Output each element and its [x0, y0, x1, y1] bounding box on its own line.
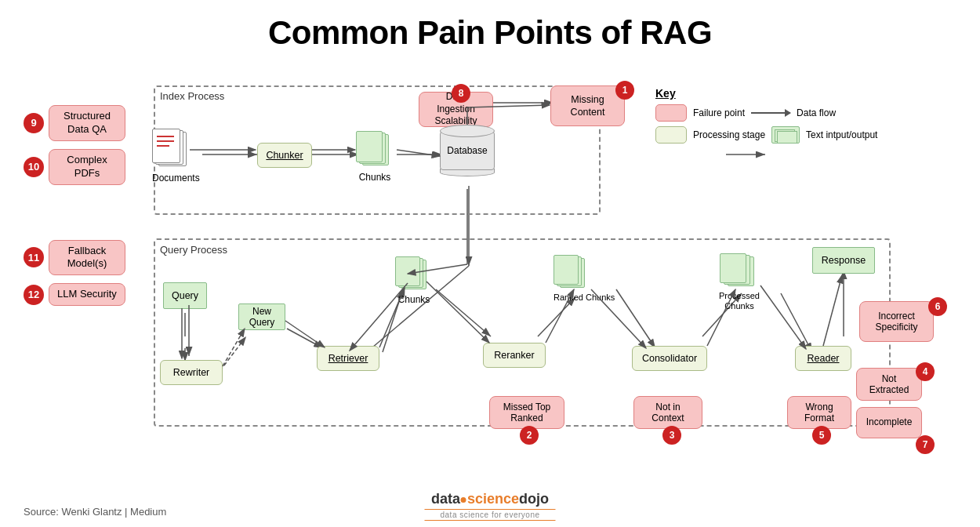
badge-4: 4 [916, 362, 935, 381]
chunker-label: Chunker [266, 149, 303, 162]
response-label: Response [822, 255, 866, 266]
database-node: Database [440, 125, 495, 176]
documents-label: Documents [152, 173, 199, 184]
footer-source: Source: Wenki Glantz | Medium [24, 506, 166, 518]
new-query-node: New Query [238, 303, 292, 330]
sidebar-item-10: 10 Complex PDFs [24, 149, 125, 185]
sidebar-item-11: 11 Fallback Model(s) [24, 240, 125, 276]
logo-data: data [431, 491, 460, 507]
rewriter-label: Rewriter [173, 366, 210, 379]
key-processing-label: Processing stage [693, 129, 765, 140]
ranked-chunks-node: Ranked Chunks [554, 255, 615, 303]
chunks-bottom-label: Chunks [395, 294, 433, 305]
reader-node: Reader [795, 346, 851, 371]
key-text-io-label: Text intput/output [806, 129, 877, 140]
retriever-node: Retriever [317, 346, 379, 371]
query-process-label: Query Process [160, 244, 227, 256]
footer-logo: datasciencedojo data science for everyon… [424, 491, 555, 521]
chunks-top-label: Chunks [356, 172, 394, 183]
consolidator-node: Consolidator [632, 346, 707, 371]
badge-9: 9 [24, 113, 44, 133]
incomplete-label: Incomplete [866, 416, 913, 429]
reader-label: Reader [808, 352, 840, 365]
query-node: Query [160, 282, 210, 310]
key-failure-label: Failure point [693, 107, 745, 118]
missing-content-node: Missing Content [550, 85, 625, 126]
retriever-label: Retriever [328, 352, 368, 365]
badge-8: 8 [452, 84, 470, 103]
key-swatch-processing [655, 126, 687, 144]
badge-5: 5 [812, 426, 831, 445]
badge-12: 12 [24, 285, 44, 305]
consolidator-label: Consolidator [642, 352, 697, 365]
source-text: Source: Wenki Glantz | Medium [24, 506, 166, 518]
chunks-top-node: Chunks [356, 131, 394, 183]
documents-node: Documents [152, 129, 199, 184]
not-in-context-node: Not in Context [633, 396, 702, 429]
rewriter-node: Rewriter [160, 360, 223, 385]
logo-science: science [467, 491, 519, 507]
badge-2: 2 [520, 426, 539, 445]
query-label: Query [172, 289, 198, 302]
wrong-format-label: Wrong Format [796, 402, 843, 424]
processed-chunks-node: Processed Chunks [720, 253, 763, 311]
incorrect-specificity-label: Incorrect Specificity [868, 311, 925, 333]
sidebar: 9 Structured Data QA 10 Complex PDFs 11 … [24, 66, 125, 470]
chunks-bottom-node: Chunks [395, 256, 433, 305]
page-title: Common Pain Points of RAG [0, 0, 980, 60]
key-row-failure: Failure point Data flow [655, 104, 877, 122]
missed-top-ranked-label: Missed Top Ranked [498, 402, 556, 424]
logo-dot [461, 497, 466, 503]
main-area: 9 Structured Data QA 10 Complex PDFs 11 … [0, 66, 980, 470]
incorrect-specificity-node: Incorrect Specificity [859, 301, 934, 342]
ranked-chunks-label: Ranked Chunks [554, 293, 615, 303]
badge-3: 3 [662, 426, 681, 445]
not-in-context-label: Not in Context [642, 402, 694, 424]
badge-7: 7 [916, 435, 935, 454]
fallback-models-label: Fallback Model(s) [49, 240, 125, 276]
logo-dojo: dojo [519, 491, 549, 507]
missed-top-ranked-node: Missed Top Ranked [489, 396, 564, 429]
chunker-node: Chunker [257, 143, 312, 168]
badge-6: 6 [928, 297, 947, 316]
reranker-node: Reranker [483, 343, 546, 368]
structured-data-qa-label: Structured Data QA [49, 105, 125, 141]
not-extracted-node: Not Extracted [856, 368, 922, 401]
sidebar-item-12: 12 LLM Security [24, 283, 125, 306]
logo-text: datasciencedojo [431, 491, 549, 507]
sidebar-item-9: 9 Structured Data QA [24, 105, 125, 141]
llm-security-label: LLM Security [49, 283, 125, 306]
key-title: Key [655, 87, 877, 100]
key-swatch-failure [655, 104, 687, 122]
reranker-label: Reranker [494, 349, 534, 362]
new-query-label: New Query [239, 306, 285, 329]
badge-10: 10 [24, 157, 44, 177]
response-node: Response [812, 247, 875, 274]
wrong-format-node: Wrong Format [787, 396, 851, 429]
key-box: Key Failure point Data flow Processing s… [655, 87, 877, 148]
not-extracted-label: Not Extracted [865, 373, 913, 396]
key-swatch-text-io [771, 126, 800, 144]
processed-chunks-label: Processed Chunks [716, 291, 763, 311]
incomplete-node: Incomplete [856, 407, 922, 438]
key-data-flow-label: Data flow [797, 107, 836, 118]
badge-11: 11 [24, 247, 44, 267]
index-process-label: Index Process [160, 90, 224, 102]
diagram: Index Process Query Process Documents Ch… [138, 70, 898, 470]
key-row-processing: Processing stage Text intput/output [655, 126, 877, 144]
logo-sub: data science for everyone [424, 509, 555, 521]
badge-1: 1 [615, 81, 634, 100]
missing-content-label: Missing Content [559, 93, 616, 119]
key-arrow-flow [751, 112, 790, 114]
complex-pdfs-label: Complex PDFs [49, 149, 125, 185]
